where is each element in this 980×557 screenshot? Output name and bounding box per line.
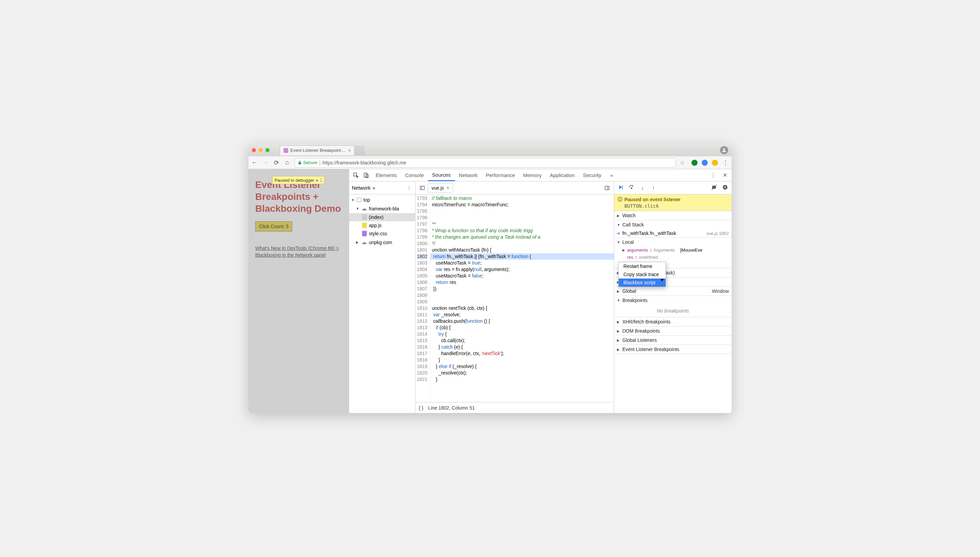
resume-button[interactable]: [617, 184, 625, 192]
scope-local[interactable]: ▼Local: [614, 238, 732, 246]
more-tabs-icon[interactable]: »: [606, 169, 617, 181]
extension-icon[interactable]: [712, 160, 718, 166]
callstack-section[interactable]: ▼Call Stack: [614, 220, 732, 229]
code-line[interactable]: unction nextTick (cb, ctx) {: [430, 305, 614, 311]
devtools-tab-network[interactable]: Network: [455, 169, 482, 181]
tree-domain[interactable]: ▶☁ unpkg.com: [349, 238, 415, 247]
bookmark-star-icon[interactable]: ☆: [680, 160, 685, 166]
devtools-tab-sources[interactable]: Sources: [428, 169, 455, 181]
step-over-button[interactable]: [628, 184, 635, 192]
code-line[interactable]: useMacroTask = false;: [430, 273, 614, 279]
close-window-button[interactable]: [252, 148, 256, 152]
deactivate-breakpoints-button[interactable]: [711, 184, 718, 192]
breakpoints-section[interactable]: ▼Breakpoints: [614, 296, 732, 305]
code-line[interactable]: } catch (e) {: [430, 344, 614, 350]
code-line[interactable]: } else if (_resolve) {: [430, 363, 614, 370]
devtools-tab-console[interactable]: Console: [401, 169, 428, 181]
devtools-tab-application[interactable]: Application: [546, 169, 579, 181]
code-line[interactable]: * Wrap a function so that if any code in…: [430, 228, 614, 234]
code-line[interactable]: }): [430, 286, 614, 292]
code-line[interactable]: if (cb) {: [430, 324, 614, 331]
watch-section[interactable]: ▶Watch: [614, 211, 732, 220]
scope-global[interactable]: ▶GlobalWindow: [614, 287, 732, 295]
close-editor-tab-icon[interactable]: ✕: [446, 186, 449, 190]
navigator-toggle-icon[interactable]: [417, 183, 427, 193]
code-line[interactable]: [430, 299, 614, 305]
debugger-section[interactable]: ▶Global Listeners: [614, 336, 732, 345]
forward-button[interactable]: →: [262, 160, 269, 166]
profile-avatar[interactable]: [720, 146, 728, 154]
code-line[interactable]: useMacroTask = true;: [430, 260, 614, 266]
new-tab-button[interactable]: [355, 145, 365, 155]
code-line[interactable]: var _resolve;: [430, 311, 614, 318]
code-line[interactable]: try {: [430, 331, 614, 337]
devtools-settings-icon[interactable]: ⋮: [709, 171, 718, 180]
maximize-window-button[interactable]: [265, 148, 269, 152]
browser-tab[interactable]: Event Listener Breakpoints + B ×: [280, 145, 355, 155]
code-line[interactable]: unction withMacroTask (fn) {: [430, 247, 614, 253]
editor-body[interactable]: 1793179417951796179717981799180018011802…: [415, 194, 614, 402]
extension-icon[interactable]: [691, 160, 698, 166]
minimize-window-button[interactable]: [259, 148, 263, 152]
inspect-element-icon[interactable]: [351, 171, 361, 180]
editor-tab-vuejs[interactable]: vue.js ✕: [428, 183, 453, 193]
devtools-close-icon[interactable]: ✕: [720, 171, 730, 180]
code-line[interactable]: microTimerFunc = macroTimerFunc;: [430, 202, 614, 208]
debugger-section[interactable]: ▶DOM Breakpoints: [614, 326, 732, 336]
tree-file-appjs[interactable]: app.js: [349, 221, 415, 230]
stack-frame[interactable]: ➔ fn._withTask.fn._withTask vue.js:1802: [614, 229, 732, 237]
close-tab-icon[interactable]: ×: [348, 148, 351, 153]
reload-button[interactable]: ⟳: [273, 160, 280, 166]
home-button[interactable]: ⌂: [284, 160, 290, 166]
scope-variable[interactable]: res: undefined: [614, 254, 732, 261]
omnibox[interactable]: Secure | https://framework-blackboxing.g…: [295, 158, 676, 168]
scope-variable[interactable]: ▶arguments: Arguments [MouseEve: [614, 246, 732, 254]
code-line[interactable]: return res: [430, 279, 614, 286]
devtools-tab-security[interactable]: Security: [579, 169, 605, 181]
context-menu-blackbox-script[interactable]: Blackbox script: [619, 278, 665, 287]
code-line[interactable]: }: [430, 376, 614, 383]
context-menu-restart-frame[interactable]: Restart frame: [619, 262, 665, 270]
tree-file-stylecss[interactable]: style.css: [349, 230, 415, 238]
resume-mini-icon[interactable]: ▸: [316, 178, 318, 183]
code-line[interactable]: var res = fn.apply(null, arguments);: [430, 266, 614, 273]
code-line[interactable]: return fn._withTask || (fn._withTask = f…: [430, 253, 614, 260]
code-line[interactable]: **: [430, 221, 614, 228]
devtools: ElementsConsoleSourcesNetworkPerformance…: [349, 169, 732, 413]
debugger-toggle-icon[interactable]: [602, 183, 612, 193]
browser-menu-icon[interactable]: ⋮: [722, 160, 729, 166]
code-line[interactable]: */: [430, 240, 614, 247]
code-line[interactable]: handleError(e, ctx, 'nextTick');: [430, 350, 614, 357]
code-line[interactable]: callbacks.push(function () {: [430, 318, 614, 324]
format-code-icon[interactable]: { }: [419, 405, 423, 410]
code-line[interactable]: }: [430, 357, 614, 363]
frame-location[interactable]: vue.js:1802: [706, 231, 729, 236]
tree-top[interactable]: ▼ top: [349, 196, 415, 204]
tree-file-index[interactable]: (index): [349, 213, 415, 221]
navigator-tab-label[interactable]: Network: [352, 185, 371, 191]
step-mini-icon[interactable]: ⤵: [320, 178, 322, 183]
devtools-tab-performance[interactable]: Performance: [482, 169, 519, 181]
code-line[interactable]: _resolve(ctx);: [430, 370, 614, 376]
extension-icon[interactable]: [702, 160, 708, 166]
code-line[interactable]: cb.call(ctx);: [430, 337, 614, 344]
code-line[interactable]: [430, 292, 614, 299]
devtools-tab-elements[interactable]: Elements: [372, 169, 401, 181]
devtools-tab-memory[interactable]: Memory: [519, 169, 546, 181]
navigator-menu-icon[interactable]: ⋮: [406, 185, 412, 191]
code-line[interactable]: * the changes are queued using a Task in…: [430, 234, 614, 240]
code-line[interactable]: // fallback to macro: [430, 195, 614, 202]
debugger-section[interactable]: ▶XHR/fetch Breakpoints: [614, 317, 732, 326]
back-button[interactable]: ←: [251, 160, 258, 166]
tree-domain[interactable]: ▼☁ framework-bla: [349, 204, 415, 213]
context-menu-copy-stack-trace[interactable]: Copy stack trace: [619, 270, 665, 278]
debugger-section[interactable]: ▶Event Listener Breakpoints: [614, 345, 732, 354]
svg-rect-12: [724, 186, 725, 188]
device-toggle-icon[interactable]: [361, 171, 371, 180]
more-navigator-tabs-icon[interactable]: »: [373, 185, 375, 191]
pause-on-exceptions-button[interactable]: [721, 184, 729, 192]
step-into-button[interactable]: ↓: [639, 185, 646, 191]
code-line[interactable]: [430, 208, 614, 215]
step-out-button[interactable]: ↑: [650, 185, 657, 191]
code-line[interactable]: [430, 215, 614, 221]
